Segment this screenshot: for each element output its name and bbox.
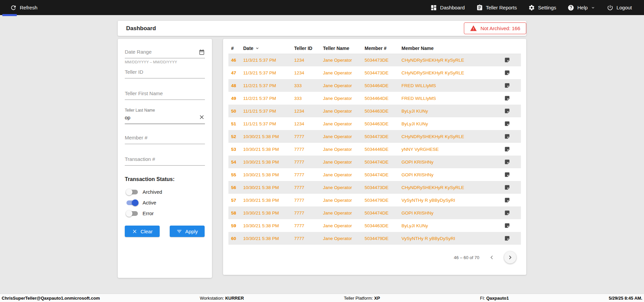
previous-page-button[interactable]	[488, 254, 495, 261]
cell-date: 11/2/21 5:37 PM	[240, 92, 291, 105]
cell-teller-id: 1234	[291, 117, 320, 130]
calendar-picker-button[interactable]	[199, 49, 205, 55]
note-button-cell[interactable]	[501, 54, 521, 66]
cell-member-name: VySyNTHy R yBByDySyRI	[399, 194, 501, 206]
nav-dashboard-button[interactable]: Dashboard	[430, 4, 465, 11]
cell-date: 10/30/21 5:38 PM	[240, 156, 291, 168]
note-button-cell[interactable]	[501, 194, 521, 206]
note-button-cell[interactable]	[501, 143, 521, 156]
transaction-row[interactable]: 6010/30/21 5:38 PM7777Jane Operator50344…	[228, 232, 521, 245]
note-button-cell[interactable]	[501, 66, 521, 79]
column-header-teller-id[interactable]: Teller ID	[291, 43, 320, 54]
transaction-row[interactable]: 4711/3/21 5:37 PM1234Jane Operator503447…	[228, 66, 521, 79]
transaction-row[interactable]: 4811/2/21 5:37 PM333Jane Operator5034464…	[228, 79, 521, 92]
cell-teller-name: Jane Operator	[320, 232, 362, 245]
cell-date: 11/2/21 5:37 PM	[240, 79, 291, 92]
not-archived-badge[interactable]: Not Archived: 166	[464, 22, 526, 34]
nav-teller-reports-button[interactable]: Teller Reports	[476, 4, 517, 11]
cell-teller-name: Jane Operator	[320, 92, 362, 105]
toggle-error[interactable]: Error	[125, 210, 205, 216]
cell-member-number: 5034464DE	[362, 92, 399, 105]
toggle-archived-label: Archived	[143, 189, 162, 195]
note-button-cell[interactable]	[501, 181, 521, 194]
status-fi-value: Qaxpauto1	[486, 296, 509, 301]
cell-number: 47	[228, 66, 240, 79]
cell-number: 56	[228, 181, 240, 194]
refresh-button[interactable]: Refresh	[10, 4, 38, 11]
transaction-row[interactable]: 5111/1/21 5:37 PM1234Jane Operator503446…	[228, 117, 521, 130]
next-page-button[interactable]	[504, 251, 516, 263]
transaction-row[interactable]: 5610/30/21 5:38 PM7777Jane Operator50344…	[228, 181, 521, 194]
cell-teller-id: 1234	[291, 66, 320, 79]
teller-first-name-input[interactable]	[125, 89, 205, 100]
cell-number: 59	[228, 219, 240, 232]
member-number-input[interactable]	[125, 133, 205, 144]
note-button-cell[interactable]	[501, 232, 521, 245]
status-teller-platform: Teller Platform: XP	[344, 296, 380, 301]
note-icon	[504, 108, 510, 114]
nav-settings-button[interactable]: Settings	[528, 4, 556, 11]
cell-teller-name: Jane Operator	[320, 130, 362, 143]
transaction-number-input[interactable]	[125, 155, 205, 166]
filter-panel: MM/DD/YYYY – MM/DD/YYYY Teller Last Name…	[118, 39, 212, 278]
note-button-cell[interactable]	[501, 79, 521, 92]
note-button-cell[interactable]	[501, 156, 521, 168]
transaction-row[interactable]: 5210/30/21 5:38 PM7777Jane Operator50344…	[228, 130, 521, 143]
transaction-row[interactable]: 5710/30/21 5:38 PM7777Jane Operator50344…	[228, 194, 521, 206]
cell-date: 10/30/21 5:38 PM	[240, 206, 291, 219]
date-range-input[interactable]	[125, 48, 205, 58]
note-button-cell[interactable]	[501, 219, 521, 232]
column-header-number[interactable]: #	[228, 43, 240, 54]
cell-number: 48	[228, 79, 240, 92]
note-icon	[504, 184, 510, 190]
cell-member-name: ByLyJI KUNy	[399, 105, 501, 117]
transaction-row[interactable]: 5510/30/21 5:38 PM7777Jane Operator50344…	[228, 168, 521, 181]
transaction-row[interactable]: 5810/30/21 5:38 PM7777Jane Operator50344…	[228, 206, 521, 219]
clear-teller-last-name-button[interactable]	[199, 114, 205, 120]
note-button-cell[interactable]	[501, 206, 521, 219]
transaction-row[interactable]: 5410/30/21 5:38 PM7777Jane Operator50344…	[228, 156, 521, 168]
cell-date: 11/3/21 5:37 PM	[240, 66, 291, 79]
note-button-cell[interactable]	[501, 130, 521, 143]
apply-button[interactable]: Apply	[170, 226, 205, 237]
nav-logout-button[interactable]: Logout	[607, 4, 632, 11]
transaction-row[interactable]: 5910/30/21 5:38 PM7777Jane Operator50344…	[228, 219, 521, 232]
cell-teller-name: Jane Operator	[320, 105, 362, 117]
column-header-member-number[interactable]: Member #	[362, 43, 399, 54]
note-icon	[504, 197, 510, 203]
teller-last-name-label: Teller Last Name	[125, 108, 205, 113]
status-fi: FI: Qaxpauto1	[480, 296, 509, 301]
cell-member-name: CHyNDRySHEKHyR KySyRLE	[399, 130, 501, 143]
cell-member-name: GOPI KRISHNy	[399, 206, 501, 219]
column-header-member-name[interactable]: Member Name	[399, 43, 501, 54]
note-icon	[504, 223, 510, 229]
transaction-row[interactable]: 4911/2/21 5:37 PM333Jane Operator5034464…	[228, 92, 521, 105]
cell-teller-name: Jane Operator	[320, 143, 362, 156]
cell-date: 11/1/21 5:37 PM	[240, 105, 291, 117]
nav-help-button[interactable]: Help	[568, 4, 595, 11]
column-header-teller-name[interactable]: Teller Name	[320, 43, 362, 54]
status-bar: ChrisSuperTeller@Qaxpauto1.onmicrosoft.c…	[0, 294, 644, 302]
transaction-row[interactable]: 4611/3/21 5:37 PM1234Jane Operator503447…	[228, 54, 521, 66]
chevron-right-icon	[506, 254, 514, 261]
toggle-archived[interactable]: Archived	[125, 189, 205, 195]
transaction-row[interactable]: 5011/1/21 5:37 PM1234Jane Operator503446…	[228, 105, 521, 117]
cell-teller-name: Jane Operator	[320, 168, 362, 181]
cell-date: 10/30/21 5:38 PM	[240, 130, 291, 143]
cell-teller-id: 7777	[291, 143, 320, 156]
status-timestamp: 5/29/25 8:45 AM.	[609, 296, 642, 301]
teller-last-name-input[interactable]	[125, 113, 205, 124]
transaction-number-field	[125, 155, 205, 166]
clear-button[interactable]: Clear	[125, 226, 160, 237]
teller-id-input[interactable]	[125, 68, 205, 78]
transaction-row[interactable]: 5310/30/21 5:38 PM7777Jane Operator50344…	[228, 143, 521, 156]
column-header-date[interactable]: Date	[240, 43, 291, 54]
dashboard-icon	[430, 4, 437, 11]
note-button-cell[interactable]	[501, 92, 521, 105]
cell-member-name: GOPI KRISHNy	[399, 168, 501, 181]
calendar-icon	[199, 49, 205, 55]
note-button-cell[interactable]	[501, 117, 521, 130]
note-button-cell[interactable]	[501, 105, 521, 117]
toggle-active[interactable]: Active	[125, 200, 205, 205]
note-button-cell[interactable]	[501, 168, 521, 181]
